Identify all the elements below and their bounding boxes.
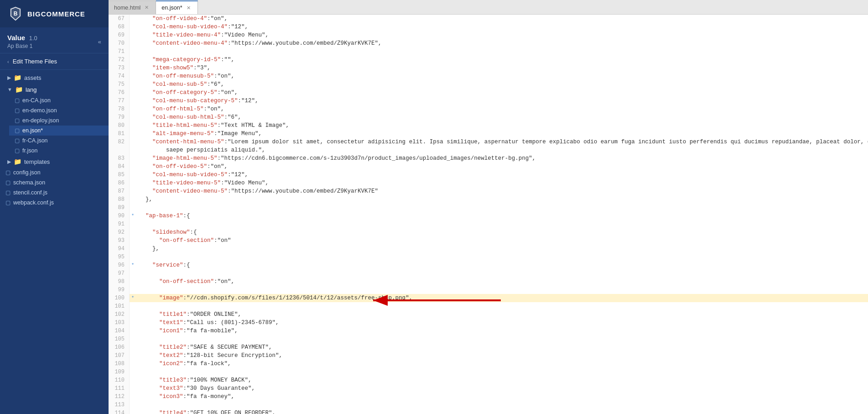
line-number-25: 91 [109,220,130,228]
line-content-42: "icon2":"fa fa-lock", [136,360,868,368]
line-indicator-30: * [130,261,136,269]
code-line-93: 93 "on-off-section":"on" [109,236,868,245]
line-content-24: "ap-base-1":{ [136,212,868,220]
line-number-9: 76 [109,89,130,97]
code-line-91: 91 [109,220,868,228]
file-en-ca-json[interactable]: ▢ en-CA.json [9,95,109,105]
line-content-33 [136,286,868,294]
line-indicator-27 [130,236,136,245]
line-content-32: "on-off-section":"on", [136,278,868,286]
line-content-12: "col-menu-sub-html-5":"6", [136,113,868,121]
code-line-83: 83 "image-html-menu-5":"https://cdn6.big… [109,154,868,162]
line-number-16 [109,146,130,154]
collapse-sidebar-button[interactable]: « [98,38,101,45]
line-content-29 [136,253,868,261]
svg-text:B: B [14,10,18,17]
line-indicator-37 [130,319,136,327]
line-indicator-19 [130,171,136,179]
line-content-7: "on-off-menusub-5":"on", [136,72,868,80]
line-number-10: 77 [109,97,130,105]
folder-assets[interactable]: ▶ 📁 assets [0,72,109,84]
line-indicator-39 [130,335,136,343]
line-indicator-24: * [130,212,136,220]
line-content-9: "on-off-category-5":"on", [136,89,868,97]
tab-bar: home.html ✕ en.json* ✕ [109,0,868,15]
line-content-30: "service":{ [136,261,868,269]
code-line-71: 71 [109,47,868,56]
line-indicator-17 [130,154,136,162]
code-line-84: 84 "on-off-video-5":"on", [109,162,868,171]
code-line-87: 87 "content-video-menu-5":"https://www.y… [109,187,868,195]
line-number-26: 92 [109,228,130,236]
line-number-17: 83 [109,154,130,162]
sidebar-logo: B BIGCOMMERCE [0,0,109,27]
line-indicator-12 [130,113,136,121]
line-number-0: 67 [109,15,130,23]
file-webpack-conf[interactable]: ▢ webpack.conf.js [0,198,109,208]
file-stencil-conf[interactable]: ▢ stencil.conf.js [0,188,109,198]
code-editor[interactable]: 67 "on-off-video-4":"on",68 "col-menu-su… [109,15,868,414]
line-indicator-20 [130,179,136,187]
code-line-96: 96* "service":{ [109,261,868,269]
line-content-17: "image-html-menu-5":"https://cdn6.bigcom… [136,154,868,162]
folder-templates-name: templates [24,158,50,165]
theme-version: 1.0 [29,35,37,42]
line-indicator-26 [130,228,136,236]
line-indicator-35 [130,302,136,310]
line-number-27: 93 [109,236,130,245]
code-lines: 67 "on-off-video-4":"on",68 "col-menu-su… [109,15,868,414]
line-indicator-32 [130,278,136,286]
tab-en-json-close[interactable]: ✕ [185,5,192,11]
line-content-38: "icon1":"fa fa-mobile", [136,327,868,335]
line-number-48: 114 [109,409,130,414]
line-number-30: 96 [109,261,130,269]
line-content-1: "col-menu-sub-video-4":"12", [136,23,868,31]
line-content-31 [136,269,868,278]
file-schema-json[interactable]: ▢ schema.json [0,178,109,188]
file-en-demo-json[interactable]: ▢ en-demo.json [9,105,109,115]
line-number-38: 104 [109,327,130,335]
tab-en-json[interactable]: en.json* ✕ [156,0,198,14]
line-indicator-42 [130,360,136,368]
line-number-24: 90 [109,212,130,220]
line-content-40: "title2":"SAFE & SECURE PAYMENT", [136,343,868,351]
file-icon-en-demo: ▢ [15,107,20,114]
line-content-10: "col-menu-sub-category-5":"12", [136,97,868,105]
folder-lang-label[interactable]: ▼ 📁 lang [0,84,109,95]
folder-lang[interactable]: ▼ 📁 lang ▢ en-CA.json ▢ en-demo.json ▢ e… [0,84,109,156]
line-number-20: 86 [109,179,130,187]
file-fr-ca-json[interactable]: ▢ fr-CA.json [9,136,109,146]
file-en-deploy-json[interactable]: ▢ en-deploy.json [9,115,109,126]
line-content-23 [136,204,868,212]
code-line-69: 69 "title-video-menu-4":"Video Menu", [109,31,868,39]
file-en-deploy-json-label: en-deploy.json [22,117,59,124]
edit-theme-files-nav[interactable]: ‹ Edit Theme Files [0,53,109,70]
line-content-37: "text1":"Call us: (801)-2345-6789", [136,319,868,327]
line-number-45: 111 [109,384,130,393]
folder-assets-label[interactable]: ▶ 📁 assets [0,72,109,84]
file-en-json[interactable]: ▢ en.json* [9,126,109,136]
line-indicator-6 [130,64,136,72]
folder-templates-label[interactable]: ▶ 📁 templates [0,156,109,168]
chevron-down-icon: ▼ [7,87,12,92]
folder-templates[interactable]: ▶ 📁 templates [0,156,109,168]
tab-home-html-close[interactable]: ✕ [143,4,150,11]
line-indicator-34: * [130,294,136,302]
file-config-json[interactable]: ▢ config.json [0,168,109,178]
file-fr-json[interactable]: ▢ fr.json [9,146,109,156]
line-content-22: }, [136,195,868,204]
code-line-74: 74 "on-off-menusub-5":"on", [109,72,868,80]
line-indicator-10 [130,97,136,105]
line-content-27: "on-off-section":"on" [136,236,868,245]
code-line-80: 80 "title-html-menu-5":"Text HTML & Imag… [109,121,868,130]
tab-home-html[interactable]: home.html ✕ [109,0,156,14]
code-line-73: 73 "item-show5":"3", [109,64,868,72]
code-line-97: 97 [109,269,868,278]
line-number-37: 103 [109,319,130,327]
line-content-0: "on-off-video-4":"on", [136,15,868,23]
code-line-98: 98 "on-off-section":"on", [109,278,868,286]
code-line-68: 68 "col-menu-sub-video-4":"12", [109,23,868,31]
code-line-99: 99 [109,286,868,294]
line-indicator-5 [130,56,136,64]
line-content-14: "alt-image-menu-5":"Image Menu", [136,130,868,138]
